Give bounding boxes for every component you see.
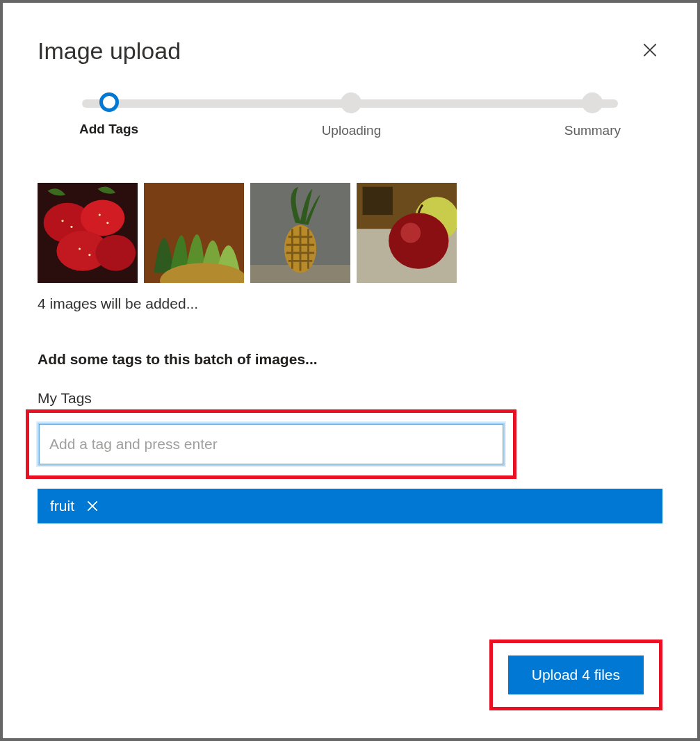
step-label: Add Tags [79,122,138,137]
add-tags-prompt: Add some tags to this batch of images... [38,351,662,368]
step-add-tags: Add Tags [79,92,138,137]
thumbnail-pineapple[interactable] [250,183,350,283]
tag-input-highlight [26,409,516,479]
step-dot-icon [341,92,361,113]
thumbnail-strawberries[interactable] [38,183,138,283]
thumbnail-pineapple-top[interactable] [144,183,244,283]
svg-point-6 [70,226,72,228]
close-icon [641,41,659,59]
close-icon [86,499,99,513]
step-summary: Summary [564,92,621,138]
images-count-status: 4 images will be added... [38,295,662,312]
tag-input[interactable] [39,424,503,464]
dialog-footer: Upload 4 files [38,640,662,710]
thumbnail-apple[interactable] [357,183,457,283]
upload-files-button[interactable]: Upload 4 files [508,656,644,694]
progress-stepper: Add Tags Uploading Summary [79,92,621,141]
step-dot-icon [582,92,603,113]
step-label: Uploading [322,123,382,138]
svg-point-5 [61,220,63,222]
svg-point-4 [96,235,136,271]
svg-point-8 [106,222,108,224]
remove-tag-button[interactable] [86,499,99,513]
step-dot-icon [99,92,119,112]
thumbnail-row [38,183,662,283]
svg-rect-18 [363,187,393,215]
step-label: Summary [564,123,621,138]
svg-point-10 [88,254,90,256]
svg-point-9 [79,247,81,250]
image-upload-dialog: Image upload Add Tags Uploading [3,3,697,738]
svg-point-20 [389,213,448,269]
dialog-title: Image upload [38,38,181,65]
tag-chip-label: fruit [50,498,74,514]
svg-point-2 [81,200,124,236]
step-uploading: Uploading [322,92,382,138]
close-button[interactable] [637,38,662,63]
tag-chip-fruit[interactable]: fruit [38,489,662,523]
svg-point-21 [400,223,421,243]
upload-button-highlight: Upload 4 files [489,640,662,710]
svg-point-7 [99,213,101,215]
dialog-header: Image upload [38,38,662,65]
my-tags-label: My Tags [38,390,662,407]
